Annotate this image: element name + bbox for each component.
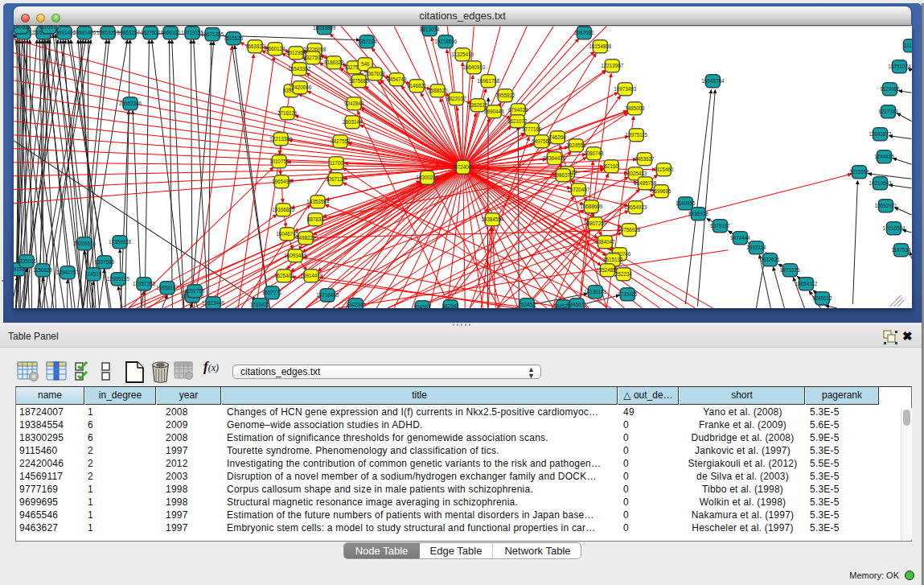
svg-text:8186328: 8186328 <box>324 60 344 65</box>
svg-text:16961758: 16961758 <box>477 78 500 84</box>
svg-text:14136141: 14136141 <box>584 289 607 295</box>
svg-text:7515526: 7515526 <box>224 35 244 41</box>
svg-text:1205571: 1205571 <box>39 26 60 30</box>
svg-text:8660124: 8660124 <box>265 46 285 51</box>
svg-text:9384047: 9384047 <box>595 239 615 245</box>
svg-text:1156829: 1156829 <box>33 267 53 273</box>
svg-text:3824554: 3824554 <box>566 142 586 148</box>
svg-text:1527602: 1527602 <box>141 30 161 35</box>
svg-text:10688609: 10688609 <box>580 204 603 209</box>
svg-text:2367608: 2367608 <box>365 71 385 76</box>
svg-text:16495758: 16495758 <box>634 180 657 186</box>
svg-text:16671355: 16671355 <box>201 31 224 37</box>
svg-text:9777169: 9777169 <box>522 126 542 132</box>
svg-text:20053346: 20053346 <box>119 101 142 106</box>
svg-text:16543382: 16543382 <box>288 66 311 72</box>
svg-text:15720407: 15720407 <box>567 187 590 192</box>
svg-text:12823446: 12823446 <box>202 300 225 306</box>
svg-text:15716485: 15716485 <box>316 292 339 298</box>
svg-text:1335061: 1335061 <box>17 258 37 264</box>
svg-text:546: 546 <box>361 61 370 67</box>
svg-text:763452: 763452 <box>519 302 536 307</box>
svg-text:12942757: 12942757 <box>56 270 80 275</box>
svg-text:1244415: 1244415 <box>874 154 894 159</box>
svg-text:17016504: 17016504 <box>882 225 906 231</box>
svg-text:8990448: 8990448 <box>484 109 504 114</box>
svg-text:20691406: 20691406 <box>73 30 97 35</box>
svg-text:18724007: 18724007 <box>452 164 475 170</box>
svg-text:9340557: 9340557 <box>14 26 31 30</box>
svg-text:9245612: 9245612 <box>812 295 832 301</box>
svg-text:9474444: 9474444 <box>730 235 750 241</box>
svg-text:252234: 252234 <box>615 271 633 277</box>
svg-text:934562: 934562 <box>414 304 432 308</box>
svg-text:1733426: 1733426 <box>618 291 638 297</box>
svg-text:10853257: 10853257 <box>117 30 141 35</box>
svg-text:9146821: 9146821 <box>407 83 427 89</box>
svg-text:1615132: 1615132 <box>603 257 623 262</box>
svg-text:1588520: 1588520 <box>428 88 448 93</box>
svg-text:22420046: 22420046 <box>289 84 312 90</box>
svg-text:7625402: 7625402 <box>274 273 294 278</box>
svg-text:9397588: 9397588 <box>95 259 115 265</box>
svg-text:10210643: 10210643 <box>869 180 892 186</box>
svg-text:10853257: 10853257 <box>97 30 120 35</box>
svg-text:19218506: 19218506 <box>434 39 458 44</box>
svg-text:1010755: 1010755 <box>269 159 290 164</box>
svg-text:562341: 562341 <box>442 303 460 308</box>
svg-text:20206536: 20206536 <box>73 241 97 246</box>
svg-text:13975115: 13975115 <box>626 132 648 138</box>
svg-text:1965493: 1965493 <box>272 179 292 184</box>
svg-text:9245671: 9245671 <box>567 302 587 307</box>
svg-text:1342345: 1342345 <box>346 302 366 307</box>
svg-text:7955812: 7955812 <box>495 93 515 98</box>
svg-text:6794028: 6794028 <box>508 107 528 113</box>
svg-text:12213389: 12213389 <box>269 136 293 142</box>
svg-text:2933114: 2933114 <box>746 245 766 250</box>
svg-text:12905135: 12905135 <box>107 276 130 282</box>
svg-text:9463627: 9463627 <box>634 156 655 162</box>
svg-text:7632621: 7632621 <box>760 257 780 262</box>
svg-text:19166825: 19166825 <box>272 207 295 212</box>
svg-text:1640955: 1640955 <box>676 200 696 206</box>
svg-text:9657771: 9657771 <box>262 290 282 295</box>
svg-text:9427552: 9427552 <box>331 138 351 144</box>
svg-text:9327505: 9327505 <box>303 55 323 60</box>
svg-text:9227343: 9227343 <box>878 109 898 114</box>
svg-text:9129966: 9129966 <box>880 86 900 92</box>
svg-text:8454749: 8454749 <box>387 76 407 82</box>
svg-text:887834: 887834 <box>307 216 325 222</box>
svg-text:11325419: 11325419 <box>451 51 474 57</box>
svg-text:7663822: 7663822 <box>245 43 265 49</box>
svg-text:8813054: 8813054 <box>420 27 440 32</box>
svg-text:7485003: 7485003 <box>625 105 645 111</box>
svg-text:10973493: 10973493 <box>614 86 637 92</box>
svg-text:18807269: 18807269 <box>584 220 607 226</box>
svg-text:8822037: 8822037 <box>446 96 466 101</box>
svg-text:8938918: 8938918 <box>688 211 708 216</box>
svg-text:2087682: 2087682 <box>574 30 594 35</box>
svg-text:1621072: 1621072 <box>507 118 528 124</box>
svg-text:2718126: 2718126 <box>277 110 298 116</box>
svg-text:7357224: 7357224 <box>357 39 377 44</box>
svg-text:20364436: 20364436 <box>543 155 566 161</box>
svg-text:17957255: 17957255 <box>133 281 156 286</box>
svg-text:17359918: 17359918 <box>109 239 132 245</box>
svg-text:18300295: 18300295 <box>416 175 439 180</box>
svg-text:20756928: 20756928 <box>618 227 641 233</box>
svg-text:2803144: 2803144 <box>343 119 363 125</box>
svg-text:19384554: 19384554 <box>481 216 504 222</box>
svg-text:6379197: 6379197 <box>710 223 730 229</box>
svg-text:11121: 11121 <box>904 43 912 48</box>
svg-text:12093872: 12093872 <box>869 131 892 137</box>
svg-text:9699695: 9699695 <box>651 188 671 194</box>
svg-text:16154808: 16154808 <box>589 43 612 49</box>
svg-text:3267130: 3267130 <box>326 176 346 182</box>
svg-text:1292759: 1292759 <box>185 288 205 294</box>
svg-text:114519: 114519 <box>85 271 102 277</box>
svg-text:10654112: 10654112 <box>795 281 818 286</box>
svg-text:15751074: 15751074 <box>888 64 911 69</box>
svg-text:1080748: 1080748 <box>584 150 604 156</box>
svg-text:14353584: 14353584 <box>306 199 330 204</box>
svg-text:1362615: 1362615 <box>468 102 488 108</box>
